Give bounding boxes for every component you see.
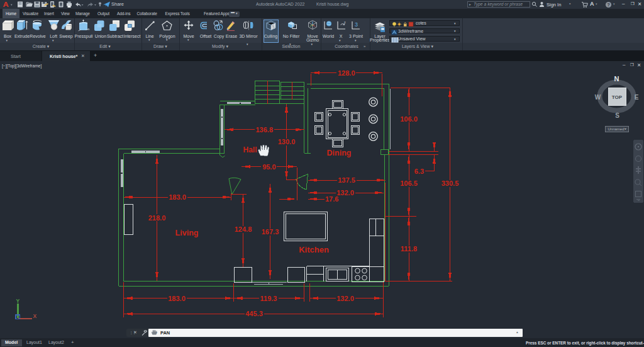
svg-text:183.0: 183.0 <box>169 193 186 201</box>
svg-text:W: W <box>595 94 601 101</box>
svg-text:119.3: 119.3 <box>260 295 277 302</box>
svg-text:330.5: 330.5 <box>441 179 459 187</box>
svg-text:Y: Y <box>16 298 20 304</box>
svg-text:130.0: 130.0 <box>278 138 296 145</box>
svg-text:136.8: 136.8 <box>255 126 273 134</box>
svg-text:132.0: 132.0 <box>336 295 354 302</box>
svg-text:106.0: 106.0 <box>400 115 418 123</box>
svg-text:Dining: Dining <box>327 149 352 157</box>
svg-text:Kitchen: Kitchen <box>299 245 329 254</box>
svg-text:132.0: 132.0 <box>336 189 354 196</box>
svg-text:17.6: 17.6 <box>325 195 338 203</box>
svg-text:X: X <box>33 313 37 319</box>
svg-text:3: 3 <box>355 21 358 28</box>
svg-text:?: ? <box>607 2 610 8</box>
svg-text:111.8: 111.8 <box>401 245 417 253</box>
svg-text:TOP: TOP <box>612 94 623 100</box>
svg-text:N: N <box>614 75 619 82</box>
svg-text:Unnamed: Unnamed <box>608 127 625 131</box>
svg-text:128.0: 128.0 <box>338 69 355 77</box>
svg-text:137.5: 137.5 <box>338 176 355 184</box>
svg-text:x: x <box>344 20 346 24</box>
svg-text:Hall: Hall <box>243 145 257 154</box>
svg-text:218.0: 218.0 <box>148 214 166 222</box>
svg-text:Living: Living <box>175 229 199 237</box>
svg-text:183.0: 183.0 <box>168 295 186 302</box>
svg-text:106.5: 106.5 <box>400 179 418 187</box>
svg-text:167.3: 167.3 <box>262 228 279 236</box>
svg-text:95.0: 95.0 <box>262 163 275 171</box>
svg-text:S: S <box>615 112 619 119</box>
svg-text:445.3: 445.3 <box>245 310 263 317</box>
svg-text:E: E <box>635 94 639 101</box>
svg-text:6.3: 6.3 <box>414 168 424 175</box>
svg-text:124.8: 124.8 <box>235 225 252 233</box>
